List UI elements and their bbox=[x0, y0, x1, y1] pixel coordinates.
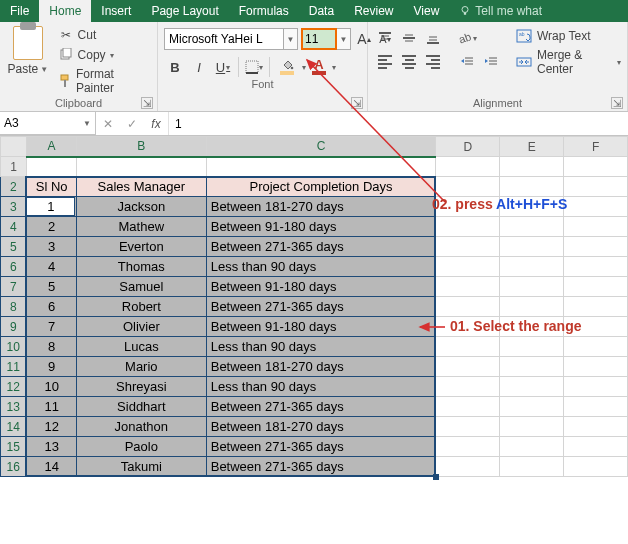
cell-B10[interactable]: Lucas bbox=[76, 337, 206, 357]
column-header-D[interactable]: D bbox=[436, 137, 500, 157]
row-header-11[interactable]: 11 bbox=[1, 357, 27, 377]
tell-me[interactable]: Tell me what bbox=[449, 0, 552, 22]
cell-F5[interactable] bbox=[564, 237, 628, 257]
cell-C10[interactable]: Less than 90 days bbox=[206, 337, 436, 357]
cell-D16[interactable] bbox=[436, 457, 500, 477]
row-header-9[interactable]: 9 bbox=[1, 317, 27, 337]
cell-D10[interactable] bbox=[436, 337, 500, 357]
select-all-corner[interactable] bbox=[1, 137, 27, 157]
tab-data[interactable]: Data bbox=[299, 0, 344, 22]
cell-D13[interactable] bbox=[436, 397, 500, 417]
cell-A4[interactable]: 2 bbox=[26, 217, 76, 237]
cell-E6[interactable] bbox=[500, 257, 564, 277]
cell-D8[interactable] bbox=[436, 297, 500, 317]
cell-D1[interactable] bbox=[436, 157, 500, 177]
cell-D6[interactable] bbox=[436, 257, 500, 277]
cell-A2[interactable]: Sl No bbox=[26, 177, 76, 197]
align-middle-button[interactable] bbox=[398, 28, 420, 48]
bold-button[interactable]: B bbox=[164, 56, 186, 78]
cell-D2[interactable] bbox=[436, 177, 500, 197]
cancel-formula-button[interactable]: ✕ bbox=[96, 113, 120, 135]
cell-E11[interactable] bbox=[500, 357, 564, 377]
font-size-dropdown[interactable]: ▼ bbox=[337, 28, 351, 50]
align-left-button[interactable] bbox=[374, 52, 396, 72]
cell-E12[interactable] bbox=[500, 377, 564, 397]
row-header-5[interactable]: 5 bbox=[1, 237, 27, 257]
cell-C2[interactable]: Project Completion Days bbox=[206, 177, 436, 197]
increase-indent-button[interactable] bbox=[480, 52, 502, 72]
row-header-13[interactable]: 13 bbox=[1, 397, 27, 417]
cell-B3[interactable]: Jackson bbox=[76, 197, 206, 217]
cell-C1[interactable] bbox=[206, 157, 436, 177]
cell-D12[interactable] bbox=[436, 377, 500, 397]
cell-C16[interactable]: Between 271-365 days bbox=[206, 457, 436, 477]
cell-A16[interactable]: 14 bbox=[26, 457, 76, 477]
cell-B6[interactable]: Thomas bbox=[76, 257, 206, 277]
cell-C6[interactable]: Less than 90 days bbox=[206, 257, 436, 277]
cell-C8[interactable]: Between 271-365 days bbox=[206, 297, 436, 317]
cell-C14[interactable]: Between 181-270 days bbox=[206, 417, 436, 437]
name-box[interactable]: A3▼ bbox=[0, 112, 96, 135]
cell-F3[interactable] bbox=[564, 197, 628, 217]
align-bottom-button[interactable] bbox=[422, 28, 444, 48]
tab-view[interactable]: View bbox=[404, 0, 450, 22]
clipboard-dialog-launcher[interactable]: ⇲ bbox=[141, 97, 153, 109]
cell-F12[interactable] bbox=[564, 377, 628, 397]
cell-D5[interactable] bbox=[436, 237, 500, 257]
cell-B14[interactable]: Jonathon bbox=[76, 417, 206, 437]
font-color-dropdown[interactable]: ▾ bbox=[332, 63, 336, 72]
cell-A8[interactable]: 6 bbox=[26, 297, 76, 317]
cell-C12[interactable]: Less than 90 days bbox=[206, 377, 436, 397]
cell-D14[interactable] bbox=[436, 417, 500, 437]
align-center-button[interactable] bbox=[398, 52, 420, 72]
cell-A3[interactable]: 1 bbox=[26, 197, 76, 217]
cell-B12[interactable]: Shreyasi bbox=[76, 377, 206, 397]
cell-C15[interactable]: Between 271-365 days bbox=[206, 437, 436, 457]
cell-F8[interactable] bbox=[564, 297, 628, 317]
column-header-C[interactable]: C bbox=[206, 137, 436, 157]
enter-formula-button[interactable]: ✓ bbox=[120, 113, 144, 135]
cell-F7[interactable] bbox=[564, 277, 628, 297]
cell-A10[interactable]: 8 bbox=[26, 337, 76, 357]
cell-E8[interactable] bbox=[500, 297, 564, 317]
cell-C11[interactable]: Between 181-270 days bbox=[206, 357, 436, 377]
cell-D4[interactable] bbox=[436, 217, 500, 237]
cell-C7[interactable]: Between 91-180 days bbox=[206, 277, 436, 297]
cell-E14[interactable] bbox=[500, 417, 564, 437]
row-header-7[interactable]: 7 bbox=[1, 277, 27, 297]
cell-B7[interactable]: Samuel bbox=[76, 277, 206, 297]
fill-color-button[interactable] bbox=[274, 56, 300, 78]
cell-F16[interactable] bbox=[564, 457, 628, 477]
tab-file[interactable]: File bbox=[0, 0, 39, 22]
cell-E1[interactable] bbox=[500, 157, 564, 177]
cell-D11[interactable] bbox=[436, 357, 500, 377]
cell-E2[interactable] bbox=[500, 177, 564, 197]
tab-page-layout[interactable]: Page Layout bbox=[141, 0, 228, 22]
cell-F11[interactable] bbox=[564, 357, 628, 377]
alignment-dialog-launcher[interactable]: ⇲ bbox=[611, 97, 623, 109]
row-header-2[interactable]: 2 bbox=[1, 177, 27, 197]
cell-E5[interactable] bbox=[500, 237, 564, 257]
tab-formulas[interactable]: Formulas bbox=[229, 0, 299, 22]
cell-A6[interactable]: 4 bbox=[26, 257, 76, 277]
row-header-14[interactable]: 14 bbox=[1, 417, 27, 437]
cell-F14[interactable] bbox=[564, 417, 628, 437]
italic-button[interactable]: I bbox=[188, 56, 210, 78]
formula-input[interactable]: 1 bbox=[169, 112, 628, 135]
cell-F2[interactable] bbox=[564, 177, 628, 197]
font-color-button[interactable]: A bbox=[308, 56, 330, 78]
cell-E15[interactable] bbox=[500, 437, 564, 457]
tab-review[interactable]: Review bbox=[344, 0, 403, 22]
wrap-text-button[interactable]: ab Wrap Text bbox=[516, 28, 621, 44]
cell-E10[interactable] bbox=[500, 337, 564, 357]
row-header-6[interactable]: 6 bbox=[1, 257, 27, 277]
cell-B15[interactable]: Paolo bbox=[76, 437, 206, 457]
cell-A11[interactable]: 9 bbox=[26, 357, 76, 377]
row-header-16[interactable]: 16 bbox=[1, 457, 27, 477]
row-header-4[interactable]: 4 bbox=[1, 217, 27, 237]
decrease-indent-button[interactable] bbox=[456, 52, 478, 72]
cell-F6[interactable] bbox=[564, 257, 628, 277]
column-header-F[interactable]: F bbox=[564, 137, 628, 157]
tab-insert[interactable]: Insert bbox=[91, 0, 141, 22]
font-dialog-launcher[interactable]: ⇲ bbox=[351, 97, 363, 109]
